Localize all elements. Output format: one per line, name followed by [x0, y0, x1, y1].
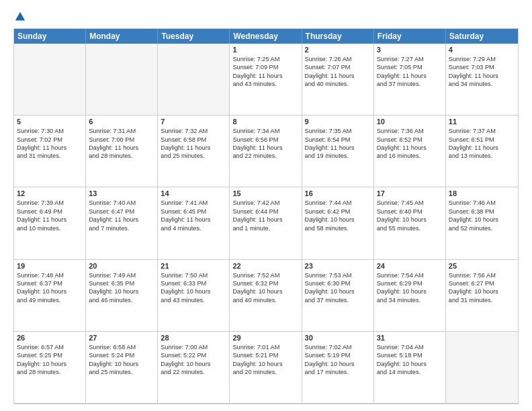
day-number: 29 [232, 334, 298, 342]
calendar-cell: 13Sunrise: 7:40 AM Sunset: 6:47 PM Dayli… [86, 187, 158, 259]
cell-content: Sunrise: 7:36 AM Sunset: 6:52 PM Dayligh… [377, 127, 443, 161]
day-header: Tuesday [158, 29, 230, 44]
day-number: 30 [305, 334, 371, 342]
day-headers: SundayMondayTuesdayWednesdayThursdayFrid… [14, 29, 518, 44]
calendar-cell: 23Sunrise: 7:53 AM Sunset: 6:30 PM Dayli… [302, 260, 374, 332]
cell-content: Sunrise: 7:26 AM Sunset: 7:07 PM Dayligh… [305, 55, 371, 89]
cell-content: Sunrise: 7:50 AM Sunset: 6:33 PM Dayligh… [161, 271, 226, 305]
calendar-cell: 17Sunrise: 7:45 AM Sunset: 6:40 PM Dayli… [374, 187, 446, 259]
day-number: 2 [305, 46, 371, 54]
calendar-cell: 30Sunrise: 7:02 AM Sunset: 5:19 PM Dayli… [302, 332, 374, 404]
cell-content: Sunrise: 7:25 AM Sunset: 7:09 PM Dayligh… [232, 55, 298, 89]
logo-icon [14, 11, 26, 23]
day-number: 4 [449, 46, 515, 54]
cell-content: Sunrise: 7:01 AM Sunset: 5:21 PM Dayligh… [232, 343, 298, 377]
day-number: 11 [449, 118, 515, 126]
page: SundayMondayTuesdayWednesdayThursdayFrid… [0, 0, 532, 411]
calendar-cell: 5Sunrise: 7:30 AM Sunset: 7:02 PM Daylig… [14, 116, 86, 187]
day-number: 21 [161, 262, 226, 270]
cell-content: Sunrise: 7:02 AM Sunset: 5:19 PM Dayligh… [305, 343, 371, 377]
cell-content: Sunrise: 7:42 AM Sunset: 6:44 PM Dayligh… [232, 199, 298, 232]
calendar-cell: 19Sunrise: 7:48 AM Sunset: 6:37 PM Dayli… [14, 260, 86, 332]
cell-content: Sunrise: 7:52 AM Sunset: 6:32 PM Dayligh… [232, 271, 298, 305]
cell-content: Sunrise: 7:53 AM Sunset: 6:30 PM Dayligh… [305, 271, 371, 305]
calendar-grid: 1Sunrise: 7:25 AM Sunset: 7:09 PM Daylig… [14, 44, 518, 404]
day-number: 10 [377, 118, 443, 126]
logo-text [13, 11, 27, 23]
calendar-cell: 28Sunrise: 7:00 AM Sunset: 5:22 PM Dayli… [158, 332, 230, 404]
day-number: 3 [377, 46, 443, 54]
cell-content: Sunrise: 7:30 AM Sunset: 7:02 PM Dayligh… [17, 127, 83, 161]
day-number: 19 [17, 262, 83, 270]
calendar-cell: 9Sunrise: 7:35 AM Sunset: 6:54 PM Daylig… [302, 116, 374, 187]
cell-content: Sunrise: 7:56 AM Sunset: 6:27 PM Dayligh… [449, 271, 515, 305]
day-header: Saturday [446, 29, 518, 44]
calendar-cell: 21Sunrise: 7:50 AM Sunset: 6:33 PM Dayli… [158, 260, 230, 332]
svg-marker-0 [15, 12, 25, 21]
day-number: 12 [17, 189, 83, 197]
calendar-cell [446, 332, 518, 404]
cell-content: Sunrise: 7:34 AM Sunset: 6:56 PM Dayligh… [232, 127, 298, 161]
day-number: 6 [89, 118, 154, 126]
cell-content: Sunrise: 7:27 AM Sunset: 7:05 PM Dayligh… [377, 55, 443, 89]
calendar-cell: 1Sunrise: 7:25 AM Sunset: 7:09 PM Daylig… [230, 44, 302, 116]
day-header: Sunday [14, 29, 86, 44]
day-number: 18 [449, 189, 515, 197]
cell-content: Sunrise: 7:00 AM Sunset: 5:22 PM Dayligh… [161, 343, 226, 377]
cell-content: Sunrise: 7:31 AM Sunset: 7:00 PM Dayligh… [89, 127, 154, 161]
cell-content: Sunrise: 7:54 AM Sunset: 6:29 PM Dayligh… [377, 271, 443, 305]
day-number: 17 [377, 189, 443, 197]
cell-content: Sunrise: 7:48 AM Sunset: 6:37 PM Dayligh… [17, 271, 83, 305]
logo [13, 11, 27, 23]
day-header: Thursday [302, 29, 374, 44]
cell-content: Sunrise: 7:46 AM Sunset: 6:38 PM Dayligh… [449, 199, 515, 232]
day-number: 9 [305, 118, 371, 126]
calendar-cell: 8Sunrise: 7:34 AM Sunset: 6:56 PM Daylig… [230, 116, 302, 187]
calendar-cell: 18Sunrise: 7:46 AM Sunset: 6:38 PM Dayli… [446, 187, 518, 259]
calendar-cell: 4Sunrise: 7:29 AM Sunset: 7:03 PM Daylig… [446, 44, 518, 116]
calendar-cell: 12Sunrise: 7:39 AM Sunset: 6:49 PM Dayli… [14, 187, 86, 259]
cell-content: Sunrise: 6:57 AM Sunset: 5:25 PM Dayligh… [17, 343, 83, 377]
day-number: 16 [305, 189, 371, 197]
calendar: SundayMondayTuesdayWednesdayThursdayFrid… [13, 28, 519, 404]
day-header: Friday [374, 29, 446, 44]
calendar-cell: 11Sunrise: 7:37 AM Sunset: 6:51 PM Dayli… [446, 116, 518, 187]
day-number: 23 [305, 262, 371, 270]
day-number: 28 [161, 334, 226, 342]
day-header: Monday [86, 29, 158, 44]
calendar-cell: 3Sunrise: 7:27 AM Sunset: 7:05 PM Daylig… [374, 44, 446, 116]
cell-content: Sunrise: 7:44 AM Sunset: 6:42 PM Dayligh… [305, 199, 371, 232]
day-number: 31 [377, 334, 443, 342]
calendar-cell: 24Sunrise: 7:54 AM Sunset: 6:29 PM Dayli… [374, 260, 446, 332]
calendar-cell: 16Sunrise: 7:44 AM Sunset: 6:42 PM Dayli… [302, 187, 374, 259]
day-number: 15 [232, 189, 298, 197]
calendar-cell: 6Sunrise: 7:31 AM Sunset: 7:00 PM Daylig… [86, 116, 158, 187]
cell-content: Sunrise: 7:49 AM Sunset: 6:35 PM Dayligh… [89, 271, 154, 305]
day-number: 1 [232, 46, 298, 54]
day-number: 13 [89, 189, 154, 197]
calendar-cell: 25Sunrise: 7:56 AM Sunset: 6:27 PM Dayli… [446, 260, 518, 332]
cell-content: Sunrise: 7:32 AM Sunset: 6:58 PM Dayligh… [161, 127, 226, 161]
day-number: 8 [232, 118, 298, 126]
day-number: 22 [232, 262, 298, 270]
calendar-cell: 20Sunrise: 7:49 AM Sunset: 6:35 PM Dayli… [86, 260, 158, 332]
day-number: 20 [89, 262, 154, 270]
cell-content: Sunrise: 7:35 AM Sunset: 6:54 PM Dayligh… [305, 127, 371, 161]
calendar-cell: 29Sunrise: 7:01 AM Sunset: 5:21 PM Dayli… [230, 332, 302, 404]
day-number: 27 [89, 334, 154, 342]
calendar-cell [158, 44, 230, 116]
cell-content: Sunrise: 7:45 AM Sunset: 6:40 PM Dayligh… [377, 199, 443, 232]
day-number: 7 [161, 118, 226, 126]
cell-content: Sunrise: 7:29 AM Sunset: 7:03 PM Dayligh… [449, 55, 515, 89]
day-number: 25 [449, 262, 515, 270]
day-header: Wednesday [230, 29, 302, 44]
calendar-cell: 27Sunrise: 6:58 AM Sunset: 5:24 PM Dayli… [86, 332, 158, 404]
day-number: 5 [17, 118, 83, 126]
calendar-cell [14, 44, 86, 116]
cell-content: Sunrise: 7:40 AM Sunset: 6:47 PM Dayligh… [89, 199, 154, 232]
calendar-cell: 31Sunrise: 7:04 AM Sunset: 5:18 PM Dayli… [374, 332, 446, 404]
calendar-cell: 10Sunrise: 7:36 AM Sunset: 6:52 PM Dayli… [374, 116, 446, 187]
cell-content: Sunrise: 7:37 AM Sunset: 6:51 PM Dayligh… [449, 127, 515, 161]
day-number: 26 [17, 334, 83, 342]
header [13, 11, 519, 23]
